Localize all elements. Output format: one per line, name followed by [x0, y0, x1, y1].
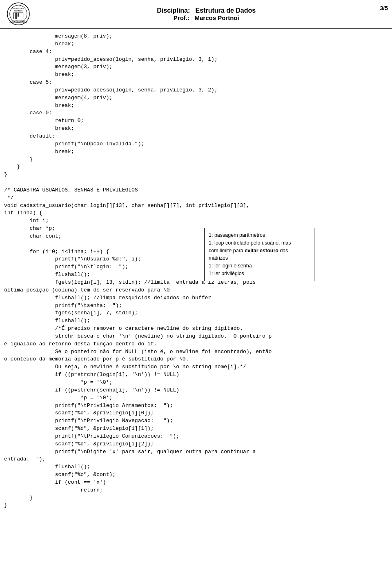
annotation-line-1: 1: passagem parâmetros [209, 232, 265, 238]
professor-label: Prof.: [174, 14, 189, 21]
svg-text:UNIVERSIDADE: UNIVERSIDADE [13, 8, 24, 9]
annotation-line-5: 1: ler login e senha [209, 263, 252, 269]
svg-text:ENGENHARIA E ARQUITETURA: ENGENHARIA E ARQUITETURA [9, 22, 27, 24]
professor-text: Prof.: Marcos Portnoi [33, 14, 380, 21]
annotation-bold: evitar estouro [245, 248, 278, 254]
page-number: 3/5 [380, 2, 388, 11]
logo: UNIVERSIDADE SALVADOR DEPARTAMENTO DE EN… [4, 2, 33, 26]
annotation-line-2: 1: loop controlado pelo usuário, mas [209, 240, 291, 246]
discipline-name: Estrutura de Dados [196, 7, 256, 14]
annotation-line-3: com limite para evitar estouro das [209, 248, 288, 254]
page: UNIVERSIDADE SALVADOR DEPARTAMENTO DE EN… [0, 0, 392, 585]
content-area: mensagem(8, priv); break; case 4: priv=p… [0, 29, 392, 514]
svg-rect-5 [15, 13, 17, 19]
annotation-line-4: matrizes [209, 255, 228, 261]
annotation-line-6: 1: ler privilégios [209, 271, 244, 276]
header-title: Disciplina: Estrutura de Dados Prof.: Ma… [33, 7, 380, 21]
svg-rect-6 [18, 13, 19, 17]
logo-image: UNIVERSIDADE SALVADOR DEPARTAMENTO DE EN… [6, 2, 31, 26]
header: UNIVERSIDADE SALVADOR DEPARTAMENTO DE EN… [0, 0, 392, 29]
svg-text:SALVADOR: SALVADOR [14, 10, 23, 12]
discipline-text: Disciplina: Estrutura de Dados [33, 7, 380, 14]
code-block-wrapper: mensagem(8, priv); break; case 4: priv=p… [4, 33, 384, 509]
discipline-label: Disciplina: [157, 7, 190, 14]
professor-name: Marcos Portnoi [195, 14, 239, 21]
annotation-box: 1: passagem parâmetros 1: loop controlad… [204, 228, 314, 281]
code-content: mensagem(8, priv); break; case 4: priv=p… [4, 33, 384, 509]
